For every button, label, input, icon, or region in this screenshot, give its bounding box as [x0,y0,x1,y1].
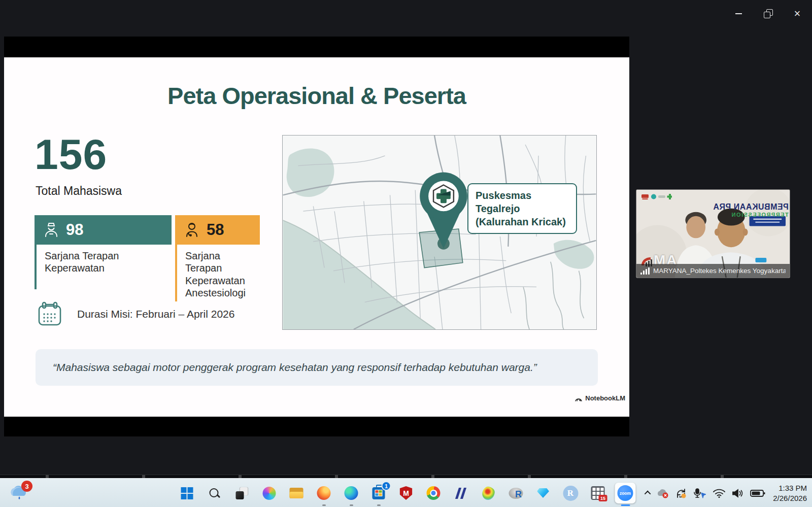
taskbar-weather-map-button[interactable] [478,483,499,503]
store-badge: 1 [382,481,391,491]
notebooklm-logo [574,395,583,402]
backdrop-logos [641,193,672,200]
operational-map: Puskesmas Tegalrejo (Kalurahan Kricak) [282,135,597,330]
presentation-slide: Peta Operasional & Peserta 156 Total Mah… [4,57,629,417]
taskbar-weather-widget[interactable]: 3 [8,483,30,504]
window-controls: × [724,0,812,27]
mic-location-icon[interactable] [693,488,707,499]
map-pin-label: Puskesmas Tegalrejo (Kalurahan Kricak) [467,183,577,234]
clock-time: 1:33 PM [773,483,807,493]
desktop: × Peta Operasional & Peserta 156 Total M… [0,0,812,507]
total-students-value: 156 [35,130,107,179]
copilot-icon [262,487,276,500]
hash-icon [455,488,466,499]
taskbar-file-explorer-button[interactable] [286,483,307,503]
audio-level-icon [640,267,650,275]
taskbar-store-button[interactable]: 1 [368,483,389,503]
office-grid-badge: 15 [599,495,607,501]
minimize-icon [735,13,742,14]
pin-label-line1: Puskesmas Tegalrejo [476,189,576,215]
stat-cards: 98 Sarjana Terapan Keperawatan 58 Sarjan… [35,215,260,301]
office-grid-icon: 15 [591,486,605,500]
stat-label: Sarjana Terapan Keperawatan [35,245,172,289]
taskbar-task-view-button[interactable] [231,483,252,503]
taskbar-clock[interactable]: 1:33 PM 2/26/2026 [771,483,807,503]
participant-name-bar: MARYANA_Poltekes Kemenkes Yogyakarta [636,264,790,278]
windows-start-icon [181,487,193,499]
calendar-icon [36,300,64,328]
stat-card-keperawatan: 98 Sarjana Terapan Keperawatan [35,215,172,301]
taskbar: 3 1 M R R 15 zo [0,478,812,507]
taskbar-mcafee-button[interactable]: M [396,483,417,503]
r-language-icon: R [509,488,523,499]
participant-name: MARYANA_Poltekes Kemenkes Yogyakarta [653,267,786,275]
clock-date: 2/26/2026 [773,493,807,503]
total-students-label: Total Mahasiswa [36,184,122,198]
weather-notification-badge: 3 [21,481,32,492]
taskbar-chrome-button[interactable] [423,483,444,503]
taskbar-zoom-button[interactable]: zoom [615,483,636,503]
mcafee-shield-icon: M [400,486,413,500]
slide-title: Peta Operasional & Peserta [4,82,629,110]
anesthesiologist-icon [183,221,200,239]
restore-icon [765,11,771,17]
onedrive-offline-icon[interactable] [656,488,669,498]
search-icon [208,487,220,499]
pin-label-line2: (Kalurahan Kricak) [476,215,576,228]
weather-map-icon [481,486,495,500]
system-tray: 1:33 PM 2/26/2026 [646,479,807,507]
firefox-icon [317,486,331,500]
minimize-button[interactable] [724,0,753,27]
volume-icon[interactable] [731,488,745,498]
notebooklm-branding: NotebookLM [574,394,625,402]
taskbar-rstudio-button[interactable]: R [560,483,581,503]
notebooklm-label: NotebookLM [585,394,625,402]
backdrop-subtitle: TERPROFESSION [713,212,789,218]
sync-pending-icon[interactable] [675,488,687,499]
taskbar-r-language-button[interactable]: R [505,483,526,503]
battery-icon[interactable] [750,489,765,498]
task-view-icon [235,487,248,499]
screen-share-area: Peta Operasional & Peserta 156 Total Mah… [4,37,629,436]
nurse-icon [43,221,60,239]
taskbar-edge-button[interactable] [341,483,362,503]
quote-banner: “Mahasiswa sebagai motor penggerak progr… [36,349,598,386]
quote-text: “Mahasiswa sebagai motor penggerak progr… [53,361,537,374]
gem-icon [537,488,549,498]
taskbar-firefox-button[interactable] [314,483,334,503]
taskbar-copilot-button[interactable] [259,483,280,503]
taskbar-search-button[interactable] [204,483,225,503]
taskbar-hash-app-button[interactable] [451,483,471,503]
backdrop-logo-icons [641,193,672,200]
stat-value: 58 [207,221,224,239]
chrome-icon [427,486,441,500]
backdrop-title: PEMBUKAAN PRA [713,202,789,212]
close-icon: × [794,8,801,19]
r-studio-icon: R [563,486,578,501]
participant-video-tile[interactable]: PEMBUKAAN PRA TERPROFESSION MA MARYANA_P… [636,189,790,278]
stat-card-anestesiologi: 58 Sarjana Terapan Keperawatan Anestesio… [175,215,260,301]
wifi-icon[interactable] [713,488,726,498]
backdrop-mirrored-text: PEMBUKAAN PRA TERPROFESSION [713,202,789,218]
hidden-window-strip [0,475,812,478]
taskbar-office-grid-button[interactable]: 15 [588,483,608,503]
close-button[interactable]: × [783,0,812,27]
mission-duration: Durasi Misi: Februari – April 2026 [36,300,234,328]
restore-button[interactable] [753,0,783,27]
edge-icon [345,486,358,500]
taskbar-start-button[interactable] [177,483,197,503]
taskbar-apps: 1 M R R 15 zoom [177,479,636,507]
stat-label: Sarjana Terapan Keperawatan Anestesiolog… [175,245,260,301]
mission-duration-text: Durasi Misi: Februari – April 2026 [77,308,234,320]
file-explorer-icon [290,488,303,498]
taskbar-gem-app-button[interactable] [533,483,554,503]
stat-value: 98 [66,221,83,239]
zoom-icon: zoom [618,485,633,501]
hidden-icons-chevron[interactable] [645,491,651,497]
